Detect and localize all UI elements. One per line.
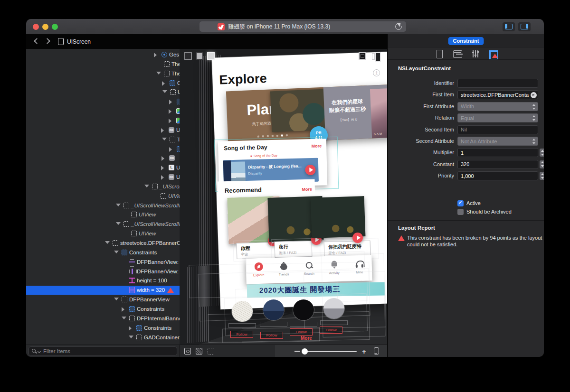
toggle-navigator-button[interactable] — [503, 22, 515, 31]
disclosure-open-icon[interactable] — [114, 298, 119, 300]
disclosure-closed-icon[interactable] — [161, 175, 164, 180]
disclosure-closed-icon[interactable] — [129, 326, 132, 331]
zoom-out-button[interactable] — [294, 351, 300, 352]
tree-row[interactable]: OKU — [26, 173, 180, 182]
disclosure-open-icon[interactable] — [156, 72, 161, 75]
stepper-control[interactable] — [540, 172, 544, 180]
follow-button[interactable]: Follow — [320, 327, 342, 334]
play-button[interactable] — [352, 233, 363, 243]
adjust-view-mode-icon[interactable] — [184, 348, 191, 355]
tree-row[interactable]: OK — [26, 154, 180, 163]
zoom-in-button[interactable]: + — [362, 347, 366, 355]
tree-row[interactable]: DFPInternalBannerV — [26, 314, 180, 323]
song-of-day-more-link[interactable]: More — [312, 143, 322, 149]
tree-row[interactable]: U — [26, 88, 180, 97]
first-attribute-field[interactable]: Width — [457, 102, 538, 111]
breadcrumb[interactable]: UIScreen — [67, 38, 91, 45]
priority-field[interactable]: 1,000 — [457, 171, 538, 180]
disclosure-open-icon[interactable] — [105, 241, 110, 244]
disclosure-open-icon[interactable] — [116, 204, 121, 206]
tree-row[interactable]: width = 320 — [26, 286, 180, 295]
artist-avatar[interactable] — [232, 301, 253, 322]
reset-viewing-region-button[interactable] — [359, 52, 366, 60]
object-inspector-tab-icon[interactable] — [489, 50, 497, 58]
disclosure-open-icon[interactable] — [114, 251, 119, 253]
play-button[interactable] — [305, 165, 316, 176]
tree-row[interactable] — [26, 116, 180, 125]
artist-avatar[interactable] — [263, 299, 284, 320]
view-debugger-canvas[interactable]: Explore ↥ Plant 烏丁烏的酒 在我們的星球 眼淚不超過三秒 【Ya… — [180, 49, 387, 345]
toggle-inspector-button[interactable] — [518, 22, 531, 31]
second-item-field[interactable]: Nil — [457, 125, 538, 134]
attributes-inspector-tab-icon[interactable] — [471, 50, 480, 58]
tree-row[interactable]: Ges — [26, 50, 180, 59]
recommend-card-photo[interactable] — [311, 196, 366, 238]
follow-button[interactable]: Follow — [260, 332, 283, 339]
tree-row[interactable]: Constraints — [26, 305, 180, 314]
identifier-field[interactable] — [457, 79, 538, 88]
tree-row[interactable]: _UIScrollViewScrollI — [26, 220, 180, 229]
close-window-button[interactable] — [33, 24, 39, 30]
tree-row[interactable] — [26, 107, 180, 116]
tree-row[interactable]: DFPBannerView: 0x — [26, 267, 180, 276]
tree-row[interactable]: The — [26, 69, 180, 78]
disclosure-closed-icon[interactable] — [122, 307, 124, 312]
disclosure-closed-icon[interactable] — [161, 166, 164, 170]
artists-more-link[interactable]: More — [301, 336, 312, 341]
first-item-field[interactable]: streetvoice.DFPBannerConta — [457, 90, 538, 99]
tree-row[interactable]: T — [26, 135, 180, 144]
back-button[interactable] — [34, 38, 40, 44]
artist-avatar[interactable] — [293, 299, 314, 320]
stepper-control[interactable] — [540, 149, 544, 157]
disclosure-closed-icon[interactable] — [154, 53, 157, 57]
relation-field[interactable]: Equal — [457, 113, 538, 122]
zoom-window-button[interactable] — [52, 24, 58, 30]
tree-row[interactable]: Constraints — [26, 324, 180, 333]
disclosure-closed-icon[interactable] — [169, 100, 172, 104]
banner-carousel-layer[interactable]: Plant 烏丁烏的酒 在我們的星球 眼淚不超過三秒 【Yao】Ai U SAM — [226, 84, 387, 145]
view-hierarchy-tree[interactable]: GesTheTheCUOKUTOKLUOKU_UIScrolUIView_UIS… — [26, 49, 180, 345]
tree-row[interactable]: UIView — [26, 192, 180, 201]
disclosure-open-icon[interactable] — [144, 185, 149, 187]
tree-row[interactable]: C — [26, 79, 180, 88]
tree-row[interactable]: streetvoice.DFPBannerC — [26, 239, 180, 248]
tree-row[interactable]: GADContainerAdV — [26, 333, 180, 342]
constant-field[interactable]: 320 — [457, 160, 538, 169]
forward-button[interactable] — [44, 38, 50, 44]
filter-input[interactable]: Filter Items — [28, 346, 177, 356]
refresh-snapshot-button[interactable] — [395, 23, 402, 30]
disclosure-closed-icon[interactable] — [169, 147, 172, 152]
show-contents-button[interactable] — [196, 52, 203, 60]
navigate-arrow-icon[interactable] — [531, 92, 537, 98]
multiplier-field[interactable]: 1 — [457, 148, 538, 157]
device-bezels-icon[interactable] — [374, 347, 379, 355]
tree-row[interactable]: _UIScrollViewScrollI — [26, 201, 180, 210]
follow-button[interactable]: Follow — [290, 328, 313, 336]
show-view-frames-icon[interactable] — [208, 348, 214, 355]
minimize-window-button[interactable] — [42, 24, 48, 30]
tree-row[interactable]: DFPBannerView — [26, 295, 180, 304]
disclosure-closed-icon[interactable] — [169, 119, 171, 123]
file-inspector-tab-icon[interactable] — [435, 50, 444, 58]
toggle-3d-orientation-button[interactable] — [372, 52, 380, 60]
tree-row[interactable]: UIView — [26, 229, 180, 238]
tree-row[interactable]: height = 100 — [26, 276, 180, 285]
disclosure-open-icon[interactable] — [129, 336, 133, 338]
tree-row[interactable]: Constraints — [26, 248, 180, 257]
tree-row[interactable]: The — [26, 60, 180, 69]
tree-row[interactable] — [26, 145, 180, 154]
spacing-slider[interactable] — [304, 351, 357, 352]
show-wireframes-button[interactable] — [184, 52, 192, 60]
disclosure-closed-icon[interactable] — [161, 128, 164, 133]
disclosure-closed-icon[interactable] — [169, 109, 171, 114]
checkbox-unchecked-icon[interactable] — [457, 209, 464, 215]
disclosure-open-icon[interactable] — [122, 317, 126, 319]
tree-row[interactable]: LU — [26, 163, 180, 172]
size-inspector-tab-icon[interactable] — [453, 50, 462, 58]
slider-thumb[interactable] — [302, 348, 308, 355]
disclosure-open-icon[interactable] — [162, 138, 167, 140]
checkbox-checked-icon[interactable] — [457, 200, 464, 206]
show-clipped-content-icon[interactable] — [196, 348, 202, 355]
show-wireframes-and-contents-button[interactable] — [207, 52, 215, 60]
disclosure-closed-icon[interactable] — [162, 81, 165, 86]
